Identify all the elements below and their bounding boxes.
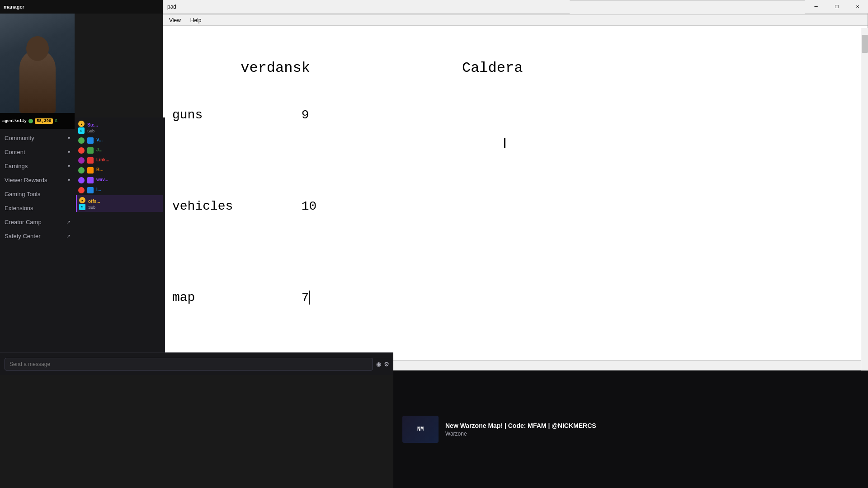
person-head xyxy=(26,36,49,61)
chat-message: Link... xyxy=(76,155,163,165)
vehicles-value: 10 xyxy=(302,199,317,213)
notepad-window: Untitled - Notepad ─ □ ✕ View Help verda… xyxy=(163,0,868,371)
chat-message: B... xyxy=(76,165,163,175)
viewer-rewards-label: Viewer Rewards xyxy=(5,177,47,183)
chevron-down-icon: ▾ xyxy=(68,164,70,169)
sidebar-extensions[interactable]: Extensions xyxy=(0,201,75,215)
chat-message: J... xyxy=(76,145,163,155)
gaming-tools-label: Gaming Tools xyxy=(5,191,40,197)
vehicles-row: vehicles 10 xyxy=(172,199,316,213)
safety-center-label: Safety Center xyxy=(5,233,41,239)
map-row: map 7 xyxy=(172,291,310,305)
chat-username: I... xyxy=(96,187,101,192)
sidebar-navigation: Community ▾ Content ▾ Earnings ▾ Viewer … xyxy=(0,129,75,245)
chat-username: Link... xyxy=(96,157,109,162)
chat-message: V... xyxy=(76,136,163,145)
header-row: verdansk Caldera xyxy=(172,61,523,75)
stream-title: New Warzone Map! | Code: MFAM | @NICKMER… xyxy=(445,422,596,429)
chat-panel: ★ S Ste... Sub V... J... Link... xyxy=(75,117,165,371)
scrollbar-track[interactable] xyxy=(861,28,868,371)
menu-view[interactable]: View xyxy=(165,16,184,24)
sidebar-safety-center[interactable]: Safety Center ↗ xyxy=(0,229,75,243)
settings-icon[interactable]: ⚙ xyxy=(384,360,389,369)
online-dot xyxy=(28,119,33,123)
sidebar-gaming-tools[interactable]: Gaming Tools xyxy=(0,187,75,201)
webcam-background xyxy=(0,0,75,113)
window-title-partial: pad xyxy=(167,4,176,10)
window-controls-bar: ─ □ ✕ xyxy=(805,0,868,14)
stream-details: New Warzone Map! | Code: MFAM | @NICKMER… xyxy=(445,422,596,437)
stream-category: Warzone xyxy=(445,431,596,437)
map-value: 7 xyxy=(302,291,309,305)
twitch-sidebar: agentkelly 58,390 S Community ▾ Content … xyxy=(0,0,75,371)
chat-messages: ★ S Ste... Sub V... J... Link... xyxy=(75,117,165,213)
chat-input-bar: ◉ ⚙ xyxy=(0,352,393,375)
col2-header: Caldera xyxy=(462,60,523,76)
player-username: agentkelly xyxy=(2,119,27,123)
guns-label: guns xyxy=(172,108,203,122)
emoji-icon[interactable]: ◉ xyxy=(377,360,381,369)
game-hud-bar: agentkelly 58,390 S xyxy=(0,113,75,129)
chat-username: otfs... xyxy=(88,199,100,204)
menu-help[interactable]: Help xyxy=(187,16,205,24)
person-silhouette xyxy=(19,50,56,113)
earnings-label: Earnings xyxy=(5,163,28,169)
scrollbar-thumb[interactable] xyxy=(862,35,868,53)
sidebar-content[interactable]: Content ▾ xyxy=(0,145,75,159)
map-label: map xyxy=(172,291,195,305)
text-cursor xyxy=(309,291,310,305)
community-label: Community xyxy=(5,135,34,141)
game-topbar: manager xyxy=(0,0,163,14)
external-link-icon: ↗ xyxy=(66,220,70,225)
chevron-down-icon: ▾ xyxy=(68,136,70,141)
sidebar-community[interactable]: Community ▾ xyxy=(0,131,75,145)
sidebar-earnings[interactable]: Earnings ▾ xyxy=(0,159,75,173)
chevron-down-icon: ▾ xyxy=(68,178,70,183)
sub-label: Sub xyxy=(87,129,98,133)
chat-username: Ste... xyxy=(87,122,98,127)
stream-info-bar: NM New Warzone Map! | Code: MFAM | @NICK… xyxy=(393,371,868,488)
col1-header: verdansk xyxy=(241,60,310,76)
creator-camp-label: Creator Camp xyxy=(5,219,42,225)
external-link-icon: ↗ xyxy=(66,234,70,239)
chat-message: I... xyxy=(76,185,163,195)
vehicles-label: vehicles xyxy=(172,199,233,213)
chat-message: ★ S Ste... Sub xyxy=(76,119,163,136)
stream-thumbnail: NM xyxy=(402,416,439,443)
webcam-area xyxy=(0,0,75,113)
close-button[interactable]: ✕ xyxy=(847,0,868,14)
chat-username: wav... xyxy=(96,177,108,182)
guns-value: 9 xyxy=(302,108,309,122)
s-indicator: S xyxy=(55,119,57,123)
thumbnail-label: NM xyxy=(417,426,424,432)
chat-input[interactable] xyxy=(5,358,373,371)
chat-username: V... xyxy=(96,137,103,142)
content-label: Content xyxy=(5,149,25,155)
maximize-button[interactable]: □ xyxy=(826,0,847,14)
chat-message: wav... xyxy=(76,175,163,185)
chevron-down-icon: ▾ xyxy=(68,150,70,155)
sub-label: Sub xyxy=(88,205,100,210)
chat-username: J... xyxy=(96,147,103,152)
sidebar-viewer-rewards[interactable]: Viewer Rewards ▾ xyxy=(0,173,75,187)
guns-row: guns 9 xyxy=(172,108,309,122)
extensions-label: Extensions xyxy=(5,205,33,211)
chat-message-highlighted: ★ S otfs... Sub xyxy=(76,195,163,212)
partial-titlebar: pad xyxy=(163,0,570,14)
minimize-button[interactable]: ─ xyxy=(806,0,826,14)
person-area xyxy=(0,0,75,113)
sidebar-creator-camp[interactable]: Creator Camp ↗ xyxy=(0,215,75,229)
app-label: manager xyxy=(4,4,24,9)
notepad-content[interactable]: verdansk Caldera guns 9 vehicles 10 map … xyxy=(163,26,868,360)
coins-amount: 58,390 xyxy=(35,118,53,124)
chat-username: B... xyxy=(96,167,104,172)
notepad-menubar: View Help xyxy=(163,15,868,26)
